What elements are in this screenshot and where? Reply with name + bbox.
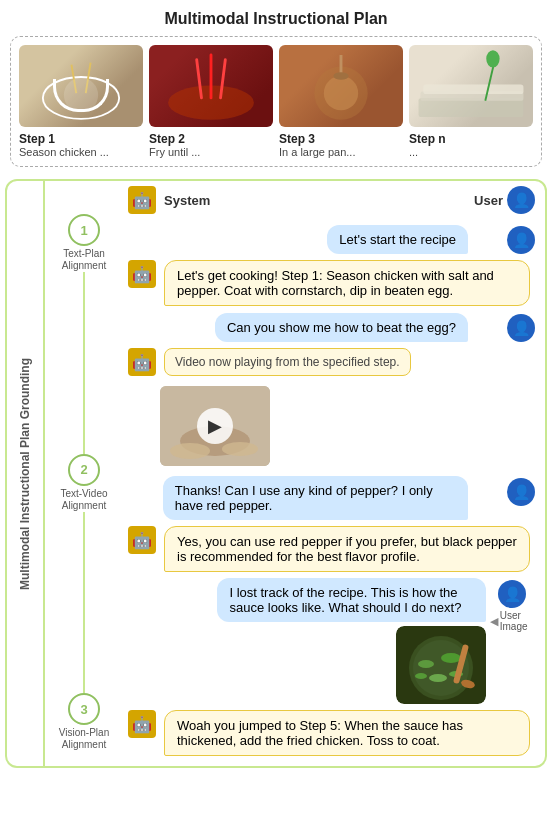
step-desc-1: Season chicken ... — [19, 146, 109, 158]
step-label-3: Step 3 — [279, 132, 315, 146]
svg-point-16 — [486, 50, 499, 67]
robot-icon-7: 🤖 — [128, 526, 156, 554]
msg-user-6: Thanks! Can I use any kind of pepper? I … — [163, 476, 468, 520]
step-label-1: Step 1 — [19, 132, 55, 146]
msg-system-7: Yes, you can use red pepper if you prefe… — [164, 526, 530, 572]
alignment-badge-3: 3 — [68, 693, 100, 725]
msg-row-9: 🤖 Woah you jumped to Step 5: When the sa… — [128, 710, 535, 756]
svg-point-11 — [333, 72, 348, 80]
user-image-label: User Image — [500, 610, 535, 632]
svg-point-3 — [64, 78, 98, 112]
msg-row-5: ▶ — [160, 382, 535, 470]
svg-line-1 — [71, 65, 76, 94]
msg-row-6: Thanks! Can I use any kind of pepper? I … — [128, 476, 535, 520]
user-label: User — [474, 193, 503, 208]
step-label-n: Step n — [409, 132, 446, 146]
step-item-n: Step n ... — [409, 45, 533, 158]
user-avatar-8: 👤 — [498, 580, 526, 608]
step-image-1 — [19, 45, 143, 127]
svg-point-24 — [418, 660, 434, 668]
step-label-2: Step 2 — [149, 132, 185, 146]
svg-point-0 — [43, 77, 119, 119]
msg-row-3: Can you show me how to beat the egg? 👤 — [128, 312, 535, 342]
chat-header: 🤖 System User 👤 — [128, 186, 535, 214]
arrow-label: ◀ — [490, 615, 498, 628]
user-avatar-3: 👤 — [507, 314, 535, 342]
user-avatar-1: 👤 — [507, 226, 535, 254]
page-title: Multimodal Instructional Plan — [0, 0, 552, 36]
msg-system-9: Woah you jumped to Step 5: When the sauc… — [164, 710, 530, 756]
svg-rect-12 — [419, 98, 524, 117]
step-image-n — [409, 45, 533, 127]
alignment-badge-2: 2 — [68, 454, 100, 486]
svg-point-25 — [441, 653, 461, 663]
msg-user-1: Let's start the recipe — [327, 225, 468, 254]
user-avatar-header: 👤 — [507, 186, 535, 214]
robot-icon-2: 🤖 — [128, 260, 156, 288]
step-image-3 — [279, 45, 403, 127]
connector-column: 1 Text-Plan Alignment 2 Text-Video Align… — [45, 181, 123, 766]
steps-container: Step 1 Season chicken ... Step 2 Fry unt… — [10, 36, 542, 167]
chat-area: 🤖 System User 👤 Let's start the recipe 👤… — [123, 181, 545, 766]
msg-row-8: I lost track of the recipe. This is how … — [128, 578, 535, 704]
alignment-label-1: Text-Plan Alignment — [62, 248, 106, 272]
svg-point-9 — [324, 76, 358, 110]
msg-row-2: 🤖 Let's get cooking! Step 1: Season chic… — [128, 260, 535, 306]
msg-row-1: Let's start the recipe 👤 — [128, 224, 535, 254]
step-item-2: Step 2 Fry until ... — [149, 45, 273, 158]
left-label: Multimodal Instructional Plan Grounding — [18, 358, 32, 590]
msg-system-info-4: Video now playing from the specified ste… — [164, 348, 411, 376]
step-desc-3: In a large pan... — [279, 146, 355, 158]
video-placeholder[interactable]: ▶ — [160, 386, 270, 466]
system-label: System — [164, 193, 210, 208]
step-desc-n: ... — [409, 146, 418, 158]
svg-point-28 — [415, 673, 427, 679]
msg-row-4: 🤖 Video now playing from the specified s… — [128, 348, 535, 376]
svg-point-26 — [429, 674, 447, 682]
svg-point-20 — [222, 442, 258, 456]
step-desc-2: Fry until ... — [149, 146, 200, 158]
msg-row-7: 🤖 Yes, you can use red pepper if you pre… — [128, 526, 535, 572]
alignment-label-3: Vision-Plan Alignment — [59, 727, 109, 751]
step-image-2 — [149, 45, 273, 127]
msg-user-3: Can you show me how to beat the egg? — [215, 313, 468, 342]
svg-point-19 — [170, 443, 210, 459]
msg-system-2: Let's get cooking! Step 1: Season chicke… — [164, 260, 530, 306]
svg-rect-14 — [423, 85, 523, 95]
food-image — [396, 626, 486, 704]
robot-icon-9: 🤖 — [128, 710, 156, 738]
play-button[interactable]: ▶ — [197, 408, 233, 444]
user-avatar-6: 👤 — [507, 478, 535, 506]
left-label-container: Multimodal Instructional Plan Grounding — [7, 181, 45, 766]
robot-icon-4: 🤖 — [128, 348, 156, 376]
alignment-badge-1: 1 — [68, 214, 100, 246]
robot-icon-header: 🤖 — [128, 186, 156, 214]
step-item-3: Step 3 In a large pan... — [279, 45, 403, 158]
alignment-label-2: Text-Video Alignment — [60, 488, 107, 512]
msg-user-8: I lost track of the recipe. This is how … — [217, 578, 485, 622]
step-item-1: Step 1 Season chicken ... — [19, 45, 143, 158]
